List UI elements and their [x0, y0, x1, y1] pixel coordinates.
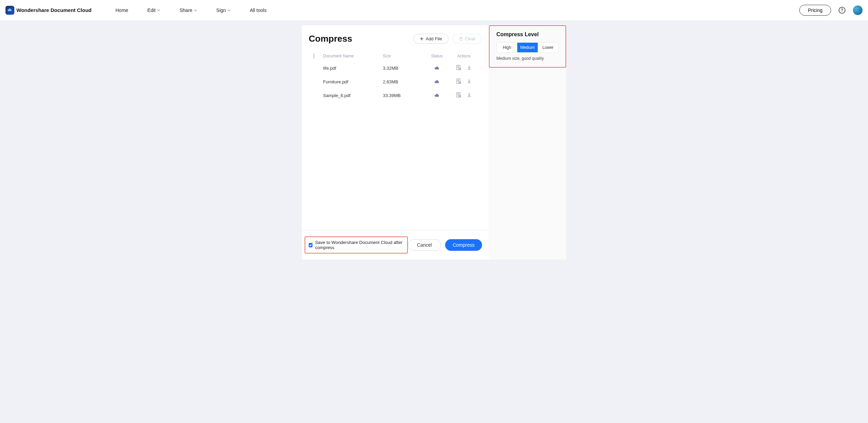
nav-sign[interactable]: Sign	[216, 8, 231, 13]
compress-level-title: Compress Level	[496, 31, 559, 38]
logo-group[interactable]: Wondershare Document Cloud	[5, 6, 92, 15]
avatar[interactable]	[853, 5, 863, 15]
file-size: 33.39MB	[383, 93, 423, 98]
nav-home[interactable]: Home	[116, 8, 128, 13]
table-header: Document Name Size Status Actions	[309, 51, 482, 61]
nav-edit[interactable]: Edit	[147, 8, 160, 13]
table-row: Furniture.pdf 2.63MB	[309, 75, 482, 88]
level-high[interactable]: High	[497, 43, 517, 52]
add-file-label: Add File	[426, 36, 442, 41]
save-to-cloud-box: Save to Wondershare Document Cloud after…	[305, 236, 408, 254]
right-pane: Compress Level High Medium Lower Medium …	[489, 25, 566, 260]
cloud-status-icon	[423, 66, 451, 71]
workspace: Compress Add File Clear	[0, 21, 868, 260]
clear-label: Clear	[465, 36, 476, 41]
clear-button[interactable]: Clear	[453, 34, 482, 44]
cloud-status-icon	[423, 79, 451, 84]
app-header: Wondershare Document Cloud Home Edit Sha…	[0, 0, 868, 21]
header-right: Pricing ?	[799, 5, 863, 16]
svg-rect-4	[457, 93, 460, 97]
nav-sign-label: Sign	[216, 8, 226, 13]
file-table: Document Name Size Status Actions life.p…	[309, 51, 482, 102]
cloud-logo-icon	[5, 6, 14, 15]
nav-edit-label: Edit	[147, 8, 156, 13]
svg-rect-0	[457, 65, 460, 70]
file-name[interactable]: Furniture.pdf	[323, 79, 383, 84]
cancel-button[interactable]: Cancel	[408, 239, 441, 251]
chevron-down-icon	[227, 9, 231, 12]
top-nav: Home Edit Share Sign All tools	[116, 8, 267, 13]
table-row: life.pdf 3.32MB	[309, 61, 482, 75]
compress-button[interactable]: Compress	[445, 239, 482, 251]
save-to-cloud-label: Save to Wondershare Document Cloud after…	[315, 240, 404, 250]
details-icon[interactable]	[456, 92, 462, 99]
compress-level-box: Compress Level High Medium Lower Medium …	[489, 25, 566, 68]
file-name[interactable]: life.pdf	[323, 66, 383, 71]
cloud-status-icon	[423, 93, 451, 98]
download-icon[interactable]	[466, 78, 472, 85]
page-title: Compress	[309, 33, 352, 44]
col-actions: Actions	[451, 54, 477, 58]
col-doc-name: Document Name	[323, 54, 383, 58]
level-medium[interactable]: Medium	[517, 43, 538, 52]
save-to-cloud-checkbox[interactable]	[309, 243, 312, 247]
level-lower[interactable]: Lower	[538, 43, 558, 52]
select-all-checkbox[interactable]	[313, 53, 314, 59]
left-pane: Compress Add File Clear	[302, 25, 489, 260]
file-name[interactable]: Sample_6.pdf	[323, 93, 383, 98]
nav-share[interactable]: Share	[179, 8, 197, 13]
details-icon[interactable]	[456, 65, 462, 71]
help-icon[interactable]: ?	[839, 7, 845, 14]
main-card: Compress Add File Clear	[302, 25, 566, 260]
col-status: Status	[423, 54, 451, 58]
table-row: Sample_6.pdf 33.39MB	[309, 88, 482, 102]
col-size: Size	[383, 54, 423, 58]
download-icon[interactable]	[466, 92, 472, 99]
compress-level-desc: Medium size, good quality	[496, 56, 559, 61]
nav-all-tools[interactable]: All tools	[250, 8, 267, 13]
download-icon[interactable]	[466, 65, 472, 71]
details-icon[interactable]	[456, 78, 462, 85]
pricing-button[interactable]: Pricing	[799, 5, 831, 16]
chevron-down-icon	[194, 9, 197, 12]
brand-name: Wondershare Document Cloud	[16, 7, 92, 13]
svg-rect-2	[457, 79, 460, 84]
plus-icon	[420, 37, 424, 41]
chevron-down-icon	[157, 9, 160, 12]
compress-level-segment: High Medium Lower	[496, 42, 559, 53]
trash-icon	[459, 37, 463, 41]
nav-share-label: Share	[179, 8, 192, 13]
file-size: 3.32MB	[383, 66, 423, 71]
pane-header: Compress Add File Clear	[309, 33, 482, 44]
file-size: 2.63MB	[383, 79, 423, 84]
footer: Save to Wondershare Document Cloud after…	[302, 230, 489, 260]
add-file-button[interactable]: Add File	[413, 34, 449, 44]
